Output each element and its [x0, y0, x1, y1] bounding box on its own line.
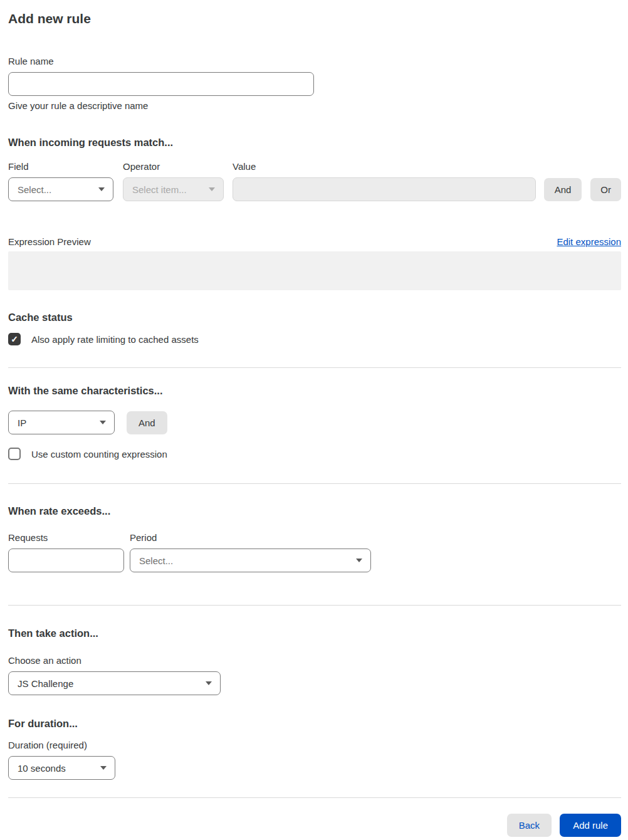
- cached-assets-checkbox-label: Also apply rate limiting to cached asset…: [31, 334, 199, 345]
- field-select-value: Select...: [18, 184, 51, 195]
- operator-column: Operator Select item...: [123, 161, 224, 201]
- duration-select[interactable]: 10 seconds: [8, 756, 115, 780]
- duration-select-value: 10 seconds: [18, 763, 66, 774]
- value-input[interactable]: [233, 177, 536, 201]
- field-label: Field: [8, 161, 113, 172]
- section-divider: [8, 367, 621, 368]
- back-button[interactable]: Back: [507, 814, 552, 837]
- duration-heading: For duration...: [8, 718, 621, 730]
- match-builder-row: Field Select... Operator Select item... …: [8, 161, 621, 201]
- characteristics-heading: With the same characteristics...: [8, 385, 621, 397]
- or-condition-button[interactable]: Or: [590, 178, 621, 201]
- footer-divider: [8, 797, 621, 798]
- period-select[interactable]: Select...: [130, 549, 371, 572]
- field-column: Field Select...: [8, 161, 113, 201]
- characteristic-select[interactable]: IP: [8, 411, 115, 434]
- period-select-value: Select...: [139, 555, 173, 566]
- characteristic-select-value: IP: [18, 417, 26, 428]
- rate-heading: When rate exceeds...: [8, 505, 621, 517]
- chevron-down-icon: [209, 187, 215, 191]
- chevron-down-icon: [100, 766, 107, 770]
- check-icon: ✓: [11, 335, 18, 344]
- action-select[interactable]: JS Challenge: [8, 671, 221, 695]
- section-divider: [8, 483, 621, 484]
- chevron-down-icon: [206, 681, 212, 685]
- footer-actions: Back Add rule: [8, 814, 621, 837]
- section-divider: [8, 605, 621, 606]
- duration-label: Duration (required): [8, 740, 621, 750]
- expression-preview-header: Expression Preview Edit expression: [8, 236, 621, 247]
- operator-label: Operator: [123, 161, 224, 172]
- chevron-down-icon: [98, 187, 105, 191]
- expression-preview-label: Expression Preview: [8, 236, 91, 247]
- cache-checkbox-row: ✓ Also apply rate limiting to cached ass…: [8, 333, 621, 345]
- rule-name-input[interactable]: [8, 72, 314, 96]
- page-title: Add new rule: [8, 11, 621, 26]
- add-rule-form: Add new rule Rule name Give your rule a …: [0, 0, 628, 840]
- period-column: Period Select...: [130, 532, 371, 572]
- edit-expression-link[interactable]: Edit expression: [557, 236, 621, 247]
- requests-label: Requests: [8, 532, 124, 543]
- expression-preview-box: [8, 251, 621, 290]
- rule-name-section: Rule name Give your rule a descriptive n…: [8, 56, 621, 111]
- cached-assets-checkbox[interactable]: ✓: [8, 333, 21, 345]
- custom-counting-checkbox-label: Use custom counting expression: [31, 449, 167, 459]
- custom-counting-checkbox[interactable]: [8, 448, 21, 460]
- rule-name-label: Rule name: [8, 56, 621, 66]
- counting-expression-checkbox-row: Use custom counting expression: [8, 448, 621, 460]
- cache-status-heading: Cache status: [8, 312, 621, 323]
- chevron-down-icon: [100, 421, 106, 424]
- rule-name-helper: Give your rule a descriptive name: [8, 100, 621, 111]
- match-section-heading: When incoming requests match...: [8, 137, 621, 149]
- period-label: Period: [130, 532, 371, 543]
- operator-select-value: Select item...: [132, 184, 187, 195]
- add-characteristic-and-button[interactable]: And: [127, 411, 167, 434]
- action-select-value: JS Challenge: [18, 678, 73, 689]
- value-label: Value: [233, 161, 536, 172]
- requests-input[interactable]: [8, 549, 124, 572]
- add-rule-button[interactable]: Add rule: [560, 814, 621, 837]
- chevron-down-icon: [356, 559, 362, 562]
- operator-select[interactable]: Select item...: [123, 177, 224, 201]
- action-label: Choose an action: [8, 655, 621, 666]
- field-select[interactable]: Select...: [8, 177, 113, 201]
- value-column: Value: [233, 161, 536, 201]
- and-condition-button[interactable]: And: [544, 178, 582, 201]
- characteristics-row: IP And: [8, 411, 621, 434]
- action-heading: Then take action...: [8, 627, 621, 639]
- rate-row: Requests Period Select...: [8, 532, 621, 572]
- requests-column: Requests: [8, 532, 124, 572]
